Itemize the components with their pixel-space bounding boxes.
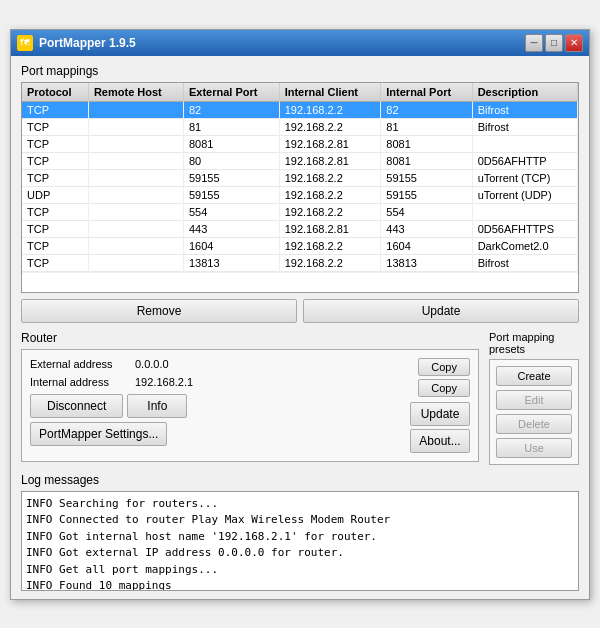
table-row[interactable]: TCP59155192.168.2.259155uTorrent (TCP) bbox=[22, 169, 578, 186]
table-row[interactable]: TCP81192.168.2.281Bifrost bbox=[22, 118, 578, 135]
log-line: INFO Got external IP address 0.0.0.0 for… bbox=[26, 545, 574, 562]
copy-int-button[interactable]: Copy bbox=[418, 379, 470, 397]
col-header-protocol: Protocol bbox=[22, 83, 88, 102]
log-section: Log messages INFO Searching for routers.… bbox=[21, 473, 579, 591]
table-row[interactable]: TCP1604192.168.2.21604DarkComet2.0 bbox=[22, 237, 578, 254]
log-line: INFO Found 10 mappings bbox=[26, 578, 574, 591]
edit-preset-button[interactable]: Edit bbox=[496, 390, 572, 410]
update-button[interactable]: Update bbox=[303, 299, 579, 323]
title-bar-left: 🗺 PortMapper 1.9.5 bbox=[17, 35, 136, 51]
about-button[interactable]: About... bbox=[410, 429, 470, 453]
port-mappings-label: Port mappings bbox=[21, 64, 579, 78]
ext-address-value: 0.0.0.0 bbox=[135, 358, 404, 370]
port-mappings-table: Protocol Remote Host External Port Inter… bbox=[22, 83, 578, 272]
col-header-int-port: Internal Port bbox=[381, 83, 472, 102]
presets-label: Port mapping presets bbox=[489, 331, 579, 355]
settings-row: PortMapper Settings... bbox=[30, 422, 404, 446]
table-row[interactable]: TCP554192.168.2.2554 bbox=[22, 203, 578, 220]
col-header-int-client: Internal Client bbox=[279, 83, 381, 102]
router-box: External address 0.0.0.0 Internal addres… bbox=[21, 349, 479, 462]
create-preset-button[interactable]: Create bbox=[496, 366, 572, 386]
remove-button[interactable]: Remove bbox=[21, 299, 297, 323]
maximize-button[interactable]: □ bbox=[545, 34, 563, 52]
log-line: INFO Connected to router Play Max Wirele… bbox=[26, 512, 574, 529]
int-address-row: Internal address 192.168.2.1 bbox=[30, 376, 404, 388]
table-header-row: Protocol Remote Host External Port Inter… bbox=[22, 83, 578, 102]
table-action-buttons: Remove Update bbox=[21, 299, 579, 323]
table-footer bbox=[22, 272, 578, 292]
settings-button[interactable]: PortMapper Settings... bbox=[30, 422, 167, 446]
table-row[interactable]: TCP80192.168.2.8180810D56AFHTTP bbox=[22, 152, 578, 169]
copy-ext-button[interactable]: Copy bbox=[418, 358, 470, 376]
router-action-buttons: Disconnect Info bbox=[30, 394, 404, 418]
log-line: INFO Searching for routers... bbox=[26, 496, 574, 513]
table-row[interactable]: UDP59155192.168.2.259155uTorrent (UDP) bbox=[22, 186, 578, 203]
log-line: INFO Get all port mappings... bbox=[26, 562, 574, 579]
table-row[interactable]: TCP82192.168.2.282Bifrost bbox=[22, 101, 578, 118]
router-label: Router bbox=[21, 331, 479, 345]
title-bar: 🗺 PortMapper 1.9.5 ─ □ ✕ bbox=[11, 30, 589, 56]
minimize-button[interactable]: ─ bbox=[525, 34, 543, 52]
ext-address-row: External address 0.0.0.0 bbox=[30, 358, 404, 370]
log-line: INFO Got internal host name '192.168.2.1… bbox=[26, 529, 574, 546]
bottom-section: Router External address 0.0.0.0 Internal… bbox=[21, 331, 579, 465]
table-row[interactable]: TCP13813192.168.2.213813Bifrost bbox=[22, 254, 578, 271]
disconnect-button[interactable]: Disconnect bbox=[30, 394, 123, 418]
int-address-value: 192.168.2.1 bbox=[135, 376, 404, 388]
presets-box: Create Edit Delete Use bbox=[489, 359, 579, 465]
title-buttons: ─ □ ✕ bbox=[525, 34, 583, 52]
table-row[interactable]: TCP443192.168.2.814430D56AFHTTPS bbox=[22, 220, 578, 237]
col-header-remote-host: Remote Host bbox=[88, 83, 183, 102]
window-title: PortMapper 1.9.5 bbox=[39, 36, 136, 50]
update-router-button[interactable]: Update bbox=[410, 402, 470, 426]
int-address-label: Internal address bbox=[30, 376, 135, 388]
port-mappings-table-container: Protocol Remote Host External Port Inter… bbox=[21, 82, 579, 293]
table-body: TCP82192.168.2.282BifrostTCP81192.168.2.… bbox=[22, 101, 578, 271]
col-header-ext-port: External Port bbox=[183, 83, 279, 102]
delete-preset-button[interactable]: Delete bbox=[496, 414, 572, 434]
router-section: Router External address 0.0.0.0 Internal… bbox=[21, 331, 479, 465]
close-button[interactable]: ✕ bbox=[565, 34, 583, 52]
info-button[interactable]: Info bbox=[127, 394, 187, 418]
col-header-description: Description bbox=[472, 83, 577, 102]
use-preset-button[interactable]: Use bbox=[496, 438, 572, 458]
presets-section: Port mapping presets Create Edit Delete … bbox=[489, 331, 579, 465]
main-window: 🗺 PortMapper 1.9.5 ─ □ ✕ Port mappings P… bbox=[10, 29, 590, 600]
ext-address-label: External address bbox=[30, 358, 135, 370]
log-label: Log messages bbox=[21, 473, 579, 487]
app-icon: 🗺 bbox=[17, 35, 33, 51]
content-area: Port mappings Protocol Remote Host Exter… bbox=[11, 56, 589, 599]
table-row[interactable]: TCP8081192.168.2.818081 bbox=[22, 135, 578, 152]
log-box[interactable]: INFO Searching for routers...INFO Connec… bbox=[21, 491, 579, 591]
